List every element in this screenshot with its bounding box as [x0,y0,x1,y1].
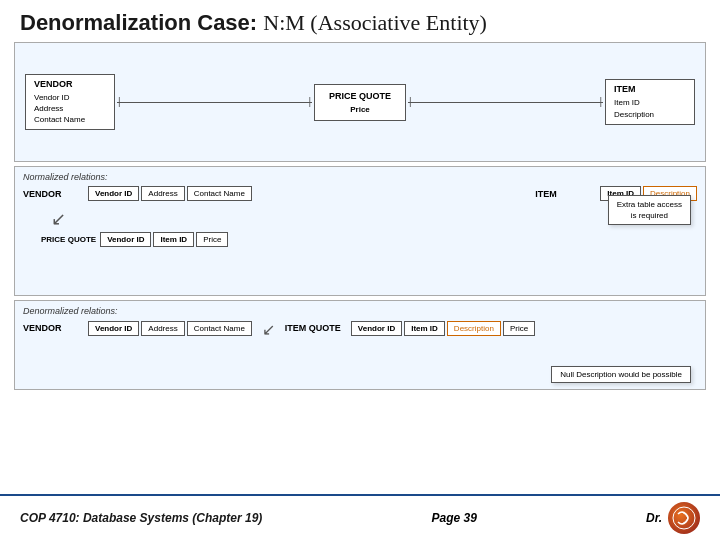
title-main: Denormalization Case: [20,10,257,35]
null-description-callout: Null Description would be possible [551,366,691,383]
normalized-label: Normalized relations: [23,172,697,182]
null-callout-text: Null Description would be possible [560,370,682,379]
vendor-fields: Vendor ID Address Contact Name [88,186,252,201]
pq-table-name: PRICE QUOTE [41,235,96,244]
logo-icon [668,502,700,534]
pq-title: PRICE QUOTE [329,91,391,101]
pq-fields: Vendor ID Item ID Price [100,232,228,247]
callout-text: Extra table access is required [617,200,682,220]
pq-attr: Price [329,105,391,114]
field-address: Address [141,186,184,201]
field-pq-item-id: Item ID [153,232,194,247]
pq-table-row: PRICE QUOTE Vendor ID Item ID Price [41,232,697,247]
field-vendor-id: Vendor ID [88,186,139,201]
footer-right: Dr. [646,502,700,534]
field-dv-address: Address [141,321,184,336]
denormalized-label: Denormalized relations: [23,306,697,316]
field-iq-description: Description [447,321,501,336]
denorm-vendor-row: VENDOR Vendor ID Address Contact Name [23,321,252,336]
logo-svg [672,506,696,530]
er-diagram: VENDOR Vendor ID Address Contact Name | … [14,42,706,162]
field-pq-vendor-id: Vendor ID [100,232,151,247]
field-pq-price: Price [196,232,228,247]
denorm-vendor-name: VENDOR [23,323,78,333]
vendor-attrs: Vendor ID Address Contact Name [34,92,106,126]
item-quote-name: ITEM QUOTE [285,323,341,333]
footer-course: COP 4710: Database Systems (Chapter 19) [20,511,262,525]
item-table-name: ITEM [535,189,590,199]
er-line-right: | | [408,102,603,103]
page-title: Denormalization Case: N:M (Associative E… [0,0,720,42]
svg-point-0 [673,507,695,529]
item-quote-row: ITEM QUOTE Vendor ID Item ID Description… [285,321,535,336]
curved-arrow-left: ↙ [51,210,66,228]
field-contact: Contact Name [187,186,252,201]
normalized-tables: VENDOR Vendor ID Address Contact Name IT… [23,186,697,247]
arrow-row: ↙ [23,210,697,228]
denormalized-section: Denormalized relations: VENDOR Vendor ID… [14,300,706,390]
price-quote-entity: PRICE QUOTE Price [314,84,406,121]
extra-access-callout: Extra table access is required [608,195,691,225]
denorm-vendor-fields: Vendor ID Address Contact Name [88,321,252,336]
normalized-section: Normalized relations: VENDOR Vendor ID A… [14,166,706,296]
er-line-left: | | [117,102,312,103]
denorm-arrow: ↙ [262,320,275,339]
footer-author: Dr. [646,511,662,525]
item-entity: ITEM Item ID Description [605,79,695,124]
vendor-entity: VENDOR Vendor ID Address Contact Name [25,74,115,131]
content-area: VENDOR Vendor ID Address Contact Name | … [0,42,720,494]
footer-page: Page 39 [431,511,476,525]
field-iq-item-id: Item ID [404,321,445,336]
field-iq-vendor-id: Vendor ID [351,321,402,336]
footer: COP 4710: Database Systems (Chapter 19) … [0,494,720,540]
normalized-top-row: VENDOR Vendor ID Address Contact Name IT… [23,186,697,204]
item-entity-title: ITEM [614,84,686,94]
field-iq-price: Price [503,321,535,336]
field-dv-contact: Contact Name [187,321,252,336]
vendor-table-name: VENDOR [23,189,78,199]
item-attrs: Item ID Description [614,97,686,119]
main-container: Denormalization Case: N:M (Associative E… [0,0,720,540]
vendor-table-row: VENDOR Vendor ID Address Contact Name [23,186,252,201]
denorm-tables: VENDOR Vendor ID Address Contact Name ↙ … [23,320,697,339]
title-sub: N:M (Associative Entity) [263,10,487,35]
er-entities: VENDOR Vendor ID Address Contact Name | … [25,51,695,153]
item-quote-fields: Vendor ID Item ID Description Price [351,321,535,336]
vendor-entity-title: VENDOR [34,79,106,89]
field-dv-id: Vendor ID [88,321,139,336]
